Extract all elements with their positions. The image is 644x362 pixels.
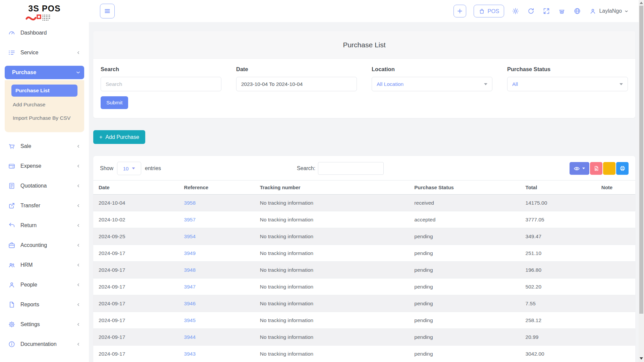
reference-link[interactable]: 3946 [184,301,196,306]
submit-button[interactable]: Submit [101,96,128,109]
gauge-icon [8,29,15,37]
plus-icon: + [99,134,102,140]
page-size-value: 10 [123,166,129,171]
sidebar-item-hrm[interactable]: HRM [5,258,84,272]
column-visibility-button[interactable] [570,162,589,175]
column-header-reference[interactable]: Reference [180,180,256,195]
cell-status: pending [410,228,521,245]
file-icon [8,301,15,308]
sidebar-item-service[interactable]: Service [5,46,84,59]
sidebar-item-return[interactable]: Return [5,219,84,232]
cell-reference: 3946 [180,295,256,312]
page-size-select[interactable]: 10 [117,162,141,175]
purchase-table: Date Reference Tracking number Purchase … [93,180,635,362]
reference-link[interactable]: 3958 [184,200,196,206]
reference-link[interactable]: 3949 [184,250,196,256]
cell-total: 251.10 [522,245,597,262]
table-row: 2024-09-17 3949 No tracking information … [93,245,635,262]
logo-text: 3S POS [28,4,60,13]
scrollbar-thumb[interactable] [639,6,643,314]
quick-add-button[interactable] [453,5,466,17]
cell-total: 349.47 [522,228,597,245]
scrollbar-down-arrow-icon[interactable] [640,357,643,360]
sidebar-item-quotation[interactable]: Quotationa [5,179,84,193]
chevron-down-icon [132,167,135,169]
scrollbar-up-arrow-icon[interactable] [640,2,643,4]
refresh-icon[interactable] [527,7,535,15]
cell-date: 2024-10-04 [93,195,180,211]
cell-date: 2024-09-17 [93,329,180,346]
cell-date: 2024-09-17 [93,245,180,262]
globe-icon[interactable] [573,7,581,15]
sidebar-item-label: Dashboard [20,30,81,36]
export-pdf-button[interactable] [590,162,602,175]
sidebar-item-accounting[interactable]: Accounting [5,239,84,252]
reference-link[interactable]: 3944 [184,334,196,340]
submenu-item-purchase-list[interactable]: Purchase List [11,85,77,97]
cell-reference: 3958 [180,195,256,211]
reference-link[interactable]: 3957 [184,217,196,222]
sidebar-item-transfer[interactable]: Transfer [5,199,84,212]
column-header-status[interactable]: Purchase Status [410,180,521,195]
user-menu[interactable]: LaylaNgo [589,7,629,15]
cell-total: 14175.00 [522,195,597,211]
menu-toggle-button[interactable] [100,4,115,18]
purchase-status-select[interactable]: All [507,77,628,91]
reference-link[interactable]: 3945 [184,317,196,323]
location-select[interactable]: All Location [372,77,492,91]
column-header-total[interactable]: Total [522,180,597,195]
undo-icon [8,222,15,229]
cell-date: 2024-09-17 [93,262,180,278]
vertical-scrollbar[interactable] [639,0,644,362]
sidebar-item-label: Sale [20,143,71,149]
sidebar-item-reports[interactable]: Reports [5,298,84,311]
add-purchase-button[interactable]: + Add Purchase [93,130,145,144]
user-icon [8,281,15,289]
sidebar-item-documentation[interactable]: Documentation [5,338,84,351]
cell-status: pending [410,278,521,295]
app-root: 3S POS Dashboard [0,0,644,362]
cell-reference: 3949 [180,245,256,262]
cell-tracking: No tracking information [256,278,411,295]
cell-reference: 3948 [180,262,256,278]
submenu-item-add-purchase[interactable]: Add Purchase [11,99,77,111]
sidebar-item-purchase[interactable]: Purchase [5,66,84,79]
sidebar-item-expense[interactable]: Expense [5,159,84,173]
column-header-tracking[interactable]: Tracking number [256,180,411,195]
search-input[interactable] [101,77,221,91]
cell-status: pending [410,245,521,262]
reference-link[interactable]: 3954 [184,234,196,239]
chevron-left-icon [76,263,81,267]
column-header-date[interactable]: Date [93,180,180,195]
sidebar-item-settings[interactable]: Settings [5,318,84,331]
add-purchase-button-label: Add Purchase [105,134,139,140]
pos-button[interactable]: POS [474,5,504,17]
purchase-status-label: Purchase Status [507,66,628,72]
sidebar-item-dashboard[interactable]: Dashboard [5,26,84,40]
chevron-down-icon [624,9,629,13]
cell-tracking: No tracking information [256,195,411,211]
share-icon [8,202,15,209]
chevron-left-icon [76,322,81,327]
reference-link[interactable]: 3947 [184,284,196,290]
search-label: Search [101,66,221,72]
cell-status: pending [410,262,521,278]
export-csv-button[interactable] [603,162,615,175]
table-row: 2024-10-04 3958 No tracking information … [93,195,635,211]
table-row: 2024-09-17 3943 No tracking information … [93,346,635,362]
sidebar-item-sale[interactable]: Sale [5,140,84,153]
sidebar-item-people[interactable]: People [5,278,84,292]
theme-sun-icon[interactable] [512,7,520,15]
table-header-row: Date Reference Tracking number Purchase … [93,180,635,195]
table-search-input[interactable] [318,162,384,175]
reference-link[interactable]: 3943 [184,351,196,357]
date-range-input[interactable] [236,77,357,91]
cell-tracking: No tracking information [256,346,411,362]
reference-link[interactable]: 3948 [184,267,196,273]
chevron-down-icon [484,83,487,85]
submenu-item-import-purchase-csv[interactable]: Import Purchase By CSV [11,111,77,125]
print-button[interactable] [616,162,629,175]
basket-icon[interactable] [558,7,566,15]
column-header-note[interactable]: Note [597,180,635,195]
fullscreen-icon[interactable] [542,7,550,15]
